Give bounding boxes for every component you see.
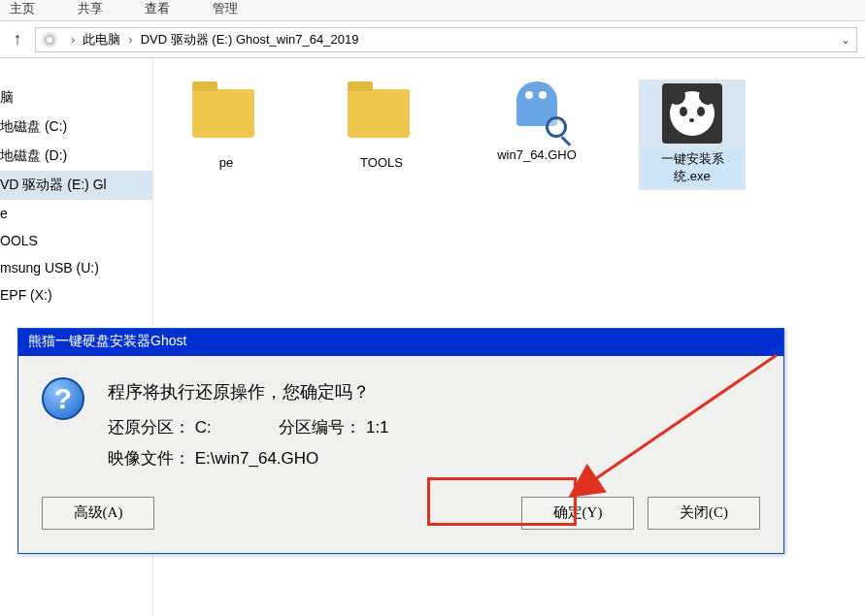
sidebar-item-pc[interactable]: 脑 (0, 83, 152, 113)
partnum-label: 分区编号： (279, 418, 361, 437)
folder-icon (192, 89, 254, 138)
up-arrow-icon[interactable]: ↑ (8, 29, 27, 49)
menu-view[interactable]: 查看 (145, 1, 170, 16)
menubar: 主页 共享 查看 管理 (0, 0, 865, 21)
partition-label: 还原分区： (108, 418, 190, 437)
partnum-value: 1:1 (366, 418, 389, 437)
sidebar-item-tools[interactable]: OOLS (0, 227, 152, 254)
breadcrumb-sep: › (128, 32, 132, 47)
menu-home[interactable]: 主页 (10, 1, 35, 16)
sidebar-item-usb[interactable]: msung USB (U:) (0, 254, 152, 281)
question-icon: ? (42, 377, 84, 420)
folder-icon (348, 89, 410, 138)
gho-icon (503, 81, 571, 140)
file-label: 一键安装系统.exe (643, 149, 742, 186)
file-item-exe[interactable]: 一键安装系统.exe (639, 80, 746, 190)
file-item-tools[interactable]: TOOLS (328, 80, 435, 170)
panda-exe-icon (662, 83, 722, 144)
sidebar-item-d[interactable]: 地磁盘 (D:) (0, 142, 152, 171)
dialog-ghost-installer: 熊猫一键硬盘安装器Ghost ? 程序将执行还原操作，您确定吗？ 还原分区： C… (17, 328, 784, 554)
menu-manage[interactable]: 管理 (213, 1, 238, 16)
file-label: pe (173, 155, 280, 170)
breadcrumb-drive[interactable]: DVD 驱动器 (E:) Ghost_win7_64_2019 (141, 31, 359, 49)
disc-icon (42, 32, 57, 48)
partition-value: C: (195, 418, 212, 437)
dialog-text: 程序将执行还原操作，您确定吗？ 还原分区： C: 分区编号： 1:1 映像文件：… (108, 375, 389, 475)
advanced-button[interactable]: 高级(A) (42, 497, 154, 530)
breadcrumb-root[interactable]: 此电脑 (83, 31, 120, 49)
file-item-pe[interactable]: pe (173, 80, 280, 170)
dialog-prompt: 程序将执行还原操作，您确定吗？ (108, 375, 389, 408)
addressbar: ↑ › 此电脑 › DVD 驱动器 (E:) Ghost_win7_64_201… (0, 21, 865, 58)
file-label: win7_64.GHO (483, 147, 590, 162)
image-value: E:\win7_64.GHO (195, 449, 319, 468)
file-label: TOOLS (328, 155, 435, 170)
sidebar-item-pe[interactable]: e (0, 200, 152, 227)
close-button[interactable]: 关闭(C) (648, 497, 760, 530)
sidebar-item-c[interactable]: 地磁盘 (C:) (0, 113, 152, 142)
sidebar-item-epf[interactable]: EPF (X:) (0, 281, 152, 308)
sidebar-item-dvd[interactable]: VD 驱动器 (E:) Gl (0, 171, 152, 200)
image-label: 映像文件： (108, 449, 190, 468)
ok-button[interactable]: 确定(Y) (521, 497, 634, 530)
dialog-title: 熊猫一键硬盘安装器Ghost (18, 329, 783, 356)
menu-share[interactable]: 共享 (78, 1, 103, 16)
breadcrumb-sep: › (71, 32, 75, 47)
file-item-gho[interactable]: win7_64.GHO (483, 80, 590, 162)
breadcrumb-dropdown-icon[interactable]: ⌄ (841, 33, 850, 47)
breadcrumb[interactable]: › 此电脑 › DVD 驱动器 (E:) Ghost_win7_64_2019 … (35, 27, 857, 52)
